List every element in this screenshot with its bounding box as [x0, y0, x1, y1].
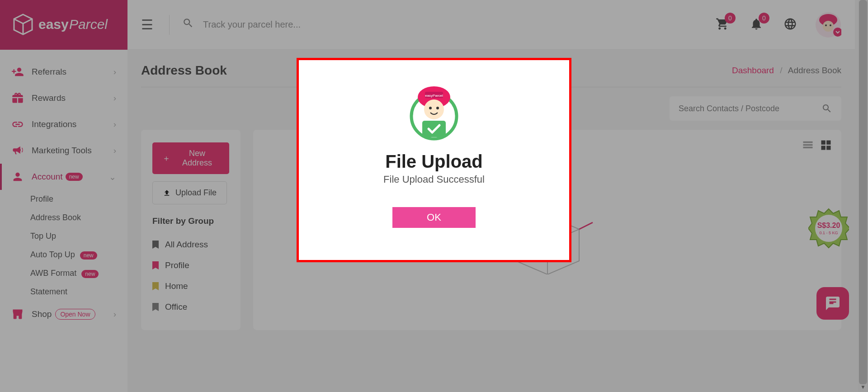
- svg-point-16: [429, 107, 432, 109]
- upload-success-modal: easyParcel File Upload File Upload Succe…: [297, 58, 571, 262]
- mascot-icon: easyParcel: [407, 85, 461, 143]
- svg-text:easyParcel: easyParcel: [425, 94, 443, 98]
- svg-point-17: [436, 107, 439, 109]
- modal-title: File Upload: [385, 151, 483, 172]
- svg-point-15: [424, 99, 444, 119]
- modal-subtitle: File Upload Successful: [383, 174, 485, 185]
- svg-rect-18: [422, 121, 446, 137]
- modal-ok-button[interactable]: OK: [392, 207, 476, 228]
